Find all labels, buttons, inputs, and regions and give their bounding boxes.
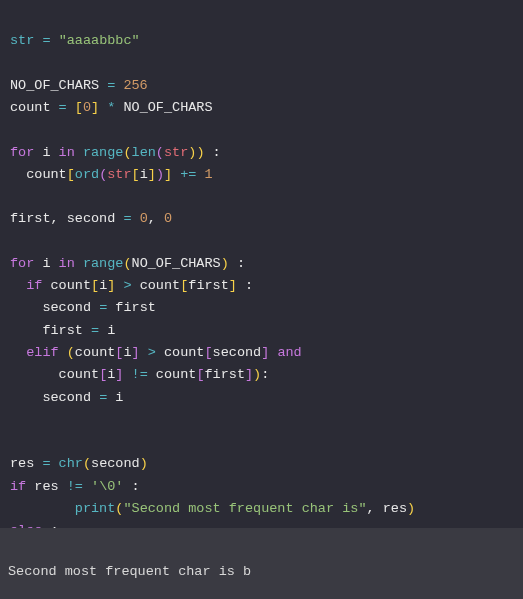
code-token: [ (204, 345, 212, 360)
code-token: len (132, 145, 156, 160)
code-token: [ (132, 167, 140, 182)
code-editor[interactable]: str = "aaaabbbc" NO_OF_CHARS = 256 count… (0, 0, 523, 573)
code-token: ] (132, 345, 148, 360)
code-token: [ (75, 100, 83, 115)
output-panel: Second most frequent char is b (0, 528, 523, 599)
code-token: 0 (140, 211, 148, 226)
code-token: i (42, 256, 58, 271)
code-token: count (10, 367, 99, 382)
code-token: in (59, 145, 83, 160)
code-token: count (140, 278, 181, 293)
code-token: ] (91, 100, 107, 115)
code-token: NO_OF_CHARS (123, 100, 212, 115)
code-token: , (366, 501, 382, 516)
code-token: 0 (83, 100, 91, 115)
code-token: str (164, 145, 188, 160)
code-token: = (107, 78, 123, 93)
code-token: count (10, 100, 59, 115)
code-token: second (213, 345, 262, 360)
code-token: ) (221, 256, 229, 271)
code-token: count (10, 167, 67, 182)
code-token: print (75, 501, 116, 516)
code-token: res (10, 456, 42, 471)
code-token: ( (123, 145, 131, 160)
code-token: > (148, 345, 164, 360)
code-token: += (180, 167, 204, 182)
code-token: i (123, 345, 131, 360)
code-token: = (123, 211, 139, 226)
code-token: ] (164, 167, 180, 182)
code-token: != (67, 479, 91, 494)
code-token: second (67, 211, 124, 226)
code-token: ] (107, 278, 123, 293)
code-token: res (34, 479, 66, 494)
code-token: second (10, 390, 99, 405)
code-token: ( (156, 145, 164, 160)
code-token: ) (156, 167, 164, 182)
code-token: "Second most frequent char is" (123, 501, 366, 516)
code-token: ord (75, 167, 99, 182)
code-token: != (132, 367, 156, 382)
code-token: for (10, 145, 42, 160)
code-token: count (156, 367, 197, 382)
code-token (10, 501, 75, 516)
code-token: i (115, 390, 123, 405)
code-token: first (10, 211, 51, 226)
code-token: : (229, 256, 245, 271)
code-token: ( (67, 345, 75, 360)
code-token: ) (140, 456, 148, 471)
code-token: NO_OF_CHARS (132, 256, 221, 271)
code-token: ] (261, 345, 277, 360)
code-token: ( (123, 256, 131, 271)
code-token: ] (229, 278, 237, 293)
code-token: for (10, 256, 42, 271)
code-token: first (204, 367, 245, 382)
code-token: count (51, 278, 92, 293)
code-token: str (107, 167, 131, 182)
code-token: : (261, 367, 269, 382)
code-token: if (10, 479, 34, 494)
code-token: 1 (205, 167, 213, 182)
code-token: = (91, 323, 107, 338)
code-token: )) (188, 145, 204, 160)
code-token: * (107, 100, 123, 115)
code-token: and (277, 345, 301, 360)
code-token: , (51, 211, 67, 226)
code-token: "aaaabbbc" (59, 33, 140, 48)
code-token: i (42, 145, 58, 160)
code-token: 256 (123, 78, 147, 93)
code-token: NO_OF_CHARS (10, 78, 107, 93)
code-token: = (59, 100, 75, 115)
code-token: str (10, 33, 34, 48)
code-token: first (188, 278, 229, 293)
code-token: ] (245, 367, 253, 382)
code-token: first (115, 300, 156, 315)
code-token: ) (407, 501, 415, 516)
code-token: = (99, 390, 115, 405)
code-token: first (10, 323, 91, 338)
code-token: , (148, 211, 164, 226)
code-token: = (99, 300, 115, 315)
code-token: = (34, 33, 58, 48)
code-token: second (10, 300, 99, 315)
code-token: count (164, 345, 205, 360)
code-token: : (204, 145, 220, 160)
code-token: 0 (164, 211, 172, 226)
code-token: range (83, 145, 124, 160)
code-token: ( (83, 456, 91, 471)
code-token: range (83, 256, 124, 271)
code-token: ] (148, 167, 156, 182)
code-token: i (107, 323, 115, 338)
code-token: [ (67, 167, 75, 182)
code-token: : (123, 479, 139, 494)
output-line: Second most frequent char is b (8, 564, 251, 579)
code-token: i (140, 167, 148, 182)
code-token: count (75, 345, 116, 360)
code-token: elif (10, 345, 67, 360)
code-token: res (383, 501, 407, 516)
code-token: second (91, 456, 140, 471)
code-token: [ (91, 278, 99, 293)
code-token: if (10, 278, 51, 293)
code-token: : (237, 278, 253, 293)
code-token: ] (115, 367, 131, 382)
